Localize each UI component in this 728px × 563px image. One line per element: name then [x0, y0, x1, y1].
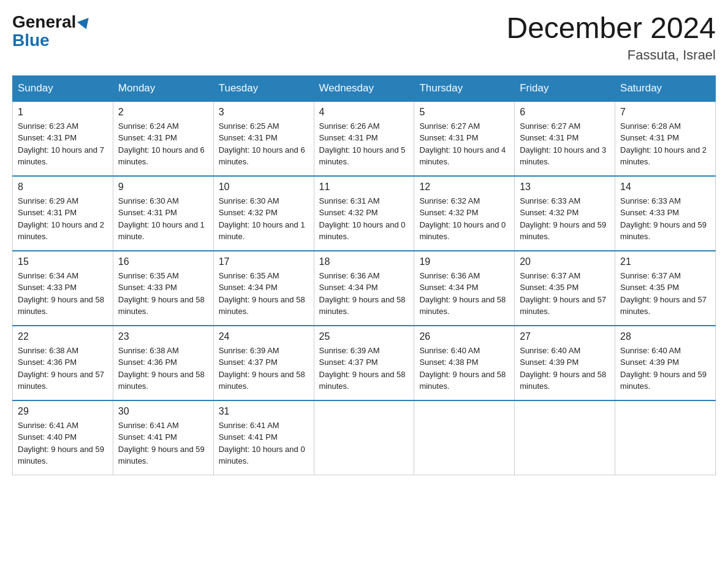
- day-cell: 23 Sunrise: 6:38 AMSunset: 4:36 PMDaylig…: [113, 326, 213, 400]
- day-number: 18: [319, 256, 409, 267]
- logo-general-text: General: [12, 12, 76, 32]
- day-info: Sunrise: 6:40 AMSunset: 4:39 PMDaylight:…: [620, 345, 710, 393]
- day-cell: 5 Sunrise: 6:27 AMSunset: 4:31 PMDayligh…: [414, 101, 515, 176]
- col-header-monday: Monday: [113, 75, 213, 101]
- day-info: Sunrise: 6:25 AMSunset: 4:31 PMDaylight:…: [219, 120, 309, 168]
- col-header-sunday: Sunday: [13, 75, 113, 101]
- day-cell: [314, 400, 414, 475]
- week-row-5: 29 Sunrise: 6:41 AMSunset: 4:40 PMDaylig…: [13, 400, 716, 475]
- day-info: Sunrise: 6:27 AMSunset: 4:31 PMDaylight:…: [520, 120, 610, 168]
- day-info: Sunrise: 6:35 AMSunset: 4:34 PMDaylight:…: [219, 270, 309, 318]
- day-cell: 12 Sunrise: 6:32 AMSunset: 4:32 PMDaylig…: [414, 176, 515, 251]
- day-number: 16: [118, 256, 208, 267]
- day-info: Sunrise: 6:39 AMSunset: 4:37 PMDaylight:…: [319, 345, 409, 393]
- week-row-2: 8 Sunrise: 6:29 AMSunset: 4:31 PMDayligh…: [13, 176, 716, 251]
- day-cell: 2 Sunrise: 6:24 AMSunset: 4:31 PMDayligh…: [113, 101, 213, 176]
- day-number: 11: [319, 182, 409, 193]
- day-number: 25: [319, 331, 409, 342]
- day-cell: 3 Sunrise: 6:25 AMSunset: 4:31 PMDayligh…: [213, 101, 314, 176]
- day-number: 7: [620, 107, 710, 118]
- day-cell: 18 Sunrise: 6:36 AMSunset: 4:34 PMDaylig…: [314, 251, 414, 326]
- day-cell: 29 Sunrise: 6:41 AMSunset: 4:40 PMDaylig…: [13, 400, 113, 475]
- day-number: 29: [18, 406, 108, 417]
- day-info: Sunrise: 6:36 AMSunset: 4:34 PMDaylight:…: [419, 270, 509, 318]
- day-info: Sunrise: 6:28 AMSunset: 4:31 PMDaylight:…: [620, 120, 710, 168]
- day-info: Sunrise: 6:35 AMSunset: 4:33 PMDaylight:…: [118, 270, 208, 318]
- day-number: 3: [219, 107, 309, 118]
- day-info: Sunrise: 6:30 AMSunset: 4:31 PMDaylight:…: [118, 195, 208, 243]
- day-info: Sunrise: 6:34 AMSunset: 4:33 PMDaylight:…: [18, 270, 108, 318]
- day-cell: 26 Sunrise: 6:40 AMSunset: 4:38 PMDaylig…: [414, 326, 515, 400]
- day-cell: 28 Sunrise: 6:40 AMSunset: 4:39 PMDaylig…: [615, 326, 716, 400]
- day-cell: 13 Sunrise: 6:33 AMSunset: 4:32 PMDaylig…: [515, 176, 615, 251]
- day-cell: 27 Sunrise: 6:40 AMSunset: 4:39 PMDaylig…: [515, 326, 615, 400]
- day-info: Sunrise: 6:37 AMSunset: 4:35 PMDaylight:…: [520, 270, 610, 318]
- day-number: 2: [118, 107, 208, 118]
- day-info: Sunrise: 6:33 AMSunset: 4:32 PMDaylight:…: [520, 195, 610, 243]
- day-number: 14: [620, 182, 710, 193]
- day-cell: 7 Sunrise: 6:28 AMSunset: 4:31 PMDayligh…: [615, 101, 716, 176]
- day-cell: 16 Sunrise: 6:35 AMSunset: 4:33 PMDaylig…: [113, 251, 213, 326]
- day-info: Sunrise: 6:36 AMSunset: 4:34 PMDaylight:…: [319, 270, 409, 318]
- day-cell: 6 Sunrise: 6:27 AMSunset: 4:31 PMDayligh…: [515, 101, 615, 176]
- logo-blue-text: Blue: [12, 31, 50, 50]
- day-cell: 15 Sunrise: 6:34 AMSunset: 4:33 PMDaylig…: [13, 251, 113, 326]
- header-row: SundayMondayTuesdayWednesdayThursdayFrid…: [13, 75, 716, 101]
- col-header-tuesday: Tuesday: [213, 75, 314, 101]
- week-row-3: 15 Sunrise: 6:34 AMSunset: 4:33 PMDaylig…: [13, 251, 716, 326]
- day-number: 27: [520, 331, 610, 342]
- day-info: Sunrise: 6:40 AMSunset: 4:39 PMDaylight:…: [520, 345, 610, 393]
- day-info: Sunrise: 6:38 AMSunset: 4:36 PMDaylight:…: [118, 345, 208, 393]
- day-info: Sunrise: 6:31 AMSunset: 4:32 PMDaylight:…: [319, 195, 409, 243]
- day-cell: 24 Sunrise: 6:39 AMSunset: 4:37 PMDaylig…: [213, 326, 314, 400]
- day-number: 10: [219, 182, 309, 193]
- day-number: 17: [219, 256, 309, 267]
- day-number: 31: [219, 406, 309, 417]
- day-number: 20: [520, 256, 610, 267]
- logo-triangle-icon: [77, 18, 92, 31]
- col-header-friday: Friday: [515, 75, 615, 101]
- day-info: Sunrise: 6:32 AMSunset: 4:32 PMDaylight:…: [419, 195, 509, 243]
- logo: General Blue: [12, 12, 91, 50]
- day-info: Sunrise: 6:40 AMSunset: 4:38 PMDaylight:…: [419, 345, 509, 393]
- day-cell: 11 Sunrise: 6:31 AMSunset: 4:32 PMDaylig…: [314, 176, 414, 251]
- col-header-thursday: Thursday: [414, 75, 515, 101]
- day-number: 4: [319, 107, 409, 118]
- day-number: 6: [520, 107, 610, 118]
- day-info: Sunrise: 6:29 AMSunset: 4:31 PMDaylight:…: [18, 195, 108, 243]
- page-header: General Blue December 2024 Fassuta, Isra…: [12, 12, 716, 63]
- day-cell: [414, 400, 515, 475]
- day-number: 1: [18, 107, 108, 118]
- day-number: 21: [620, 256, 710, 267]
- week-row-4: 22 Sunrise: 6:38 AMSunset: 4:36 PMDaylig…: [13, 326, 716, 400]
- month-title: December 2024: [506, 12, 716, 45]
- day-number: 13: [520, 182, 610, 193]
- day-info: Sunrise: 6:23 AMSunset: 4:31 PMDaylight:…: [18, 120, 108, 168]
- day-cell: 8 Sunrise: 6:29 AMSunset: 4:31 PMDayligh…: [13, 176, 113, 251]
- day-cell: 22 Sunrise: 6:38 AMSunset: 4:36 PMDaylig…: [13, 326, 113, 400]
- week-row-1: 1 Sunrise: 6:23 AMSunset: 4:31 PMDayligh…: [13, 101, 716, 176]
- day-number: 30: [118, 406, 208, 417]
- day-number: 8: [18, 182, 108, 193]
- day-number: 24: [219, 331, 309, 342]
- day-info: Sunrise: 6:41 AMSunset: 4:40 PMDaylight:…: [18, 419, 108, 467]
- day-number: 5: [419, 107, 509, 118]
- day-cell: 17 Sunrise: 6:35 AMSunset: 4:34 PMDaylig…: [213, 251, 314, 326]
- day-cell: 25 Sunrise: 6:39 AMSunset: 4:37 PMDaylig…: [314, 326, 414, 400]
- day-info: Sunrise: 6:39 AMSunset: 4:37 PMDaylight:…: [219, 345, 309, 393]
- day-number: 12: [419, 182, 509, 193]
- day-number: 26: [419, 331, 509, 342]
- day-cell: [515, 400, 615, 475]
- day-info: Sunrise: 6:37 AMSunset: 4:35 PMDaylight:…: [620, 270, 710, 318]
- day-info: Sunrise: 6:41 AMSunset: 4:41 PMDaylight:…: [219, 419, 309, 467]
- day-number: 19: [419, 256, 509, 267]
- day-cell: 4 Sunrise: 6:26 AMSunset: 4:31 PMDayligh…: [314, 101, 414, 176]
- day-info: Sunrise: 6:27 AMSunset: 4:31 PMDaylight:…: [419, 120, 509, 168]
- day-number: 15: [18, 256, 108, 267]
- day-info: Sunrise: 6:38 AMSunset: 4:36 PMDaylight:…: [18, 345, 108, 393]
- title-section: December 2024 Fassuta, Israel: [506, 12, 716, 63]
- day-cell: 20 Sunrise: 6:37 AMSunset: 4:35 PMDaylig…: [515, 251, 615, 326]
- day-info: Sunrise: 6:41 AMSunset: 4:41 PMDaylight:…: [118, 419, 208, 467]
- col-header-wednesday: Wednesday: [314, 75, 414, 101]
- day-cell: 14 Sunrise: 6:33 AMSunset: 4:33 PMDaylig…: [615, 176, 716, 251]
